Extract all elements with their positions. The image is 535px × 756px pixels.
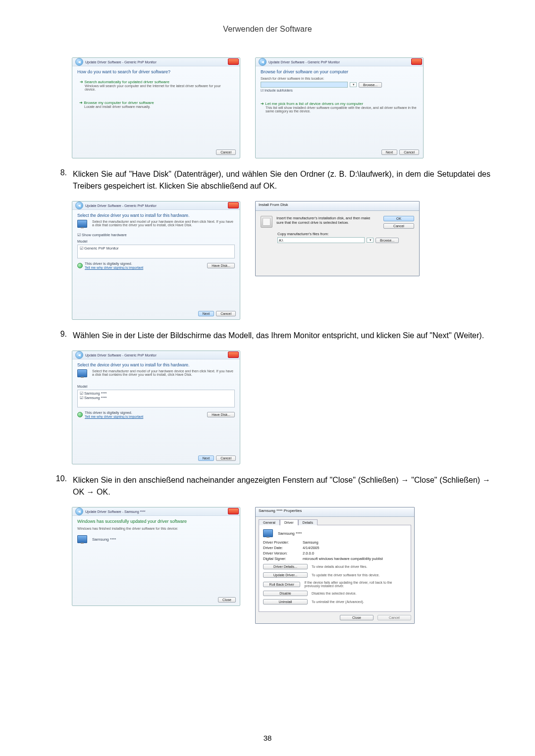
- next-button[interactable]: Next: [198, 455, 214, 461]
- path-dropdown[interactable]: [350, 82, 357, 87]
- option-browse-sub: Locate and install driver software manua…: [84, 105, 233, 108]
- step-number-8: 8.: [45, 168, 73, 192]
- screenshot-browse-path: ◄Update Driver Software - Generic PnP Mo…: [255, 57, 424, 158]
- shield-icon: [77, 412, 83, 417]
- cancel-button[interactable]: Cancel: [216, 311, 236, 316]
- success-sub: Windows has finished installing the driv…: [77, 527, 235, 530]
- option-browse: ➔ Browse my computer for driver software: [79, 101, 233, 105]
- tab-general[interactable]: General: [259, 519, 280, 525]
- breadcrumb: Update Driver Software - Generic PnP Mon…: [85, 353, 157, 357]
- step-text-8: Klicken Sie auf "Have Disk" (Datenträger…: [73, 168, 490, 192]
- copy-from-label: Copy manufacturer's files from:: [277, 232, 414, 236]
- shield-icon: [77, 263, 83, 268]
- close-icon: [228, 58, 239, 65]
- model-label: Model: [77, 239, 235, 244]
- screenshot-search-method: ◄Update Driver Software - Generic PnP Mo…: [72, 57, 240, 158]
- tab-details[interactable]: Details: [298, 519, 318, 525]
- path-input[interactable]: [261, 82, 348, 88]
- back-icon: ◄: [75, 202, 83, 209]
- dialog-install-from-disk: Install From Disk Insert the manufacture…: [255, 201, 420, 276]
- close-button[interactable]: Close: [340, 615, 374, 620]
- signing-link[interactable]: Tell me why driver signing is important: [85, 266, 143, 269]
- breadcrumb: Update Driver Software - Generic PnP Mon…: [85, 60, 157, 64]
- headline: Select the device driver you want to ins…: [77, 213, 235, 218]
- let-me-pick: ➔ Let me pick from a list of device driv…: [261, 101, 418, 106]
- step-number-9: 9.: [45, 330, 73, 342]
- back-icon: ◄: [75, 58, 83, 66]
- dialog-title: Samsung **** Properties: [259, 508, 302, 513]
- disk-icon: [261, 216, 272, 228]
- monitor-icon: [263, 529, 273, 537]
- driver-details-button[interactable]: Driver Details...: [263, 564, 308, 569]
- next-button[interactable]: Next: [198, 311, 214, 316]
- let-me-pick-sub: This list will show installed driver sof…: [266, 106, 418, 113]
- headline: Browse for driver software on your compu…: [261, 69, 418, 74]
- back-icon: ◄: [75, 507, 83, 515]
- model-label: Model: [77, 384, 235, 389]
- breadcrumb: Update Driver Software - Samsung ****: [85, 510, 145, 513]
- signed-text: This driver is digitally signed.: [85, 261, 143, 266]
- tab-driver[interactable]: Driver: [280, 519, 298, 525]
- headline: How do you want to search for driver sof…: [77, 69, 235, 74]
- page-title: Verwenden der Software: [45, 25, 490, 34]
- step-text-10: Klicken Sie in den anschießend nacheinan…: [73, 474, 490, 498]
- close-icon: [228, 508, 239, 514]
- screenshot-success: ◄Update Driver Software - Samsung **** W…: [72, 507, 240, 606]
- cancel-button: Cancel: [377, 615, 411, 620]
- cancel-button[interactable]: Cancel: [399, 150, 419, 155]
- instruction-text: Select the manufacturer and model of you…: [92, 369, 235, 377]
- copy-path-input[interactable]: [277, 237, 365, 243]
- browse-button[interactable]: Browse...: [375, 238, 399, 243]
- breadcrumb: Update Driver Software - Generic PnP Mon…: [85, 204, 157, 207]
- headline: Select the device driver you want to ins…: [77, 362, 235, 367]
- roll-back-button[interactable]: Roll Back Driver: [263, 582, 300, 587]
- screenshot-select-driver: ◄Update Driver Software - Generic PnP Mo…: [72, 201, 240, 320]
- monitor-icon: [77, 535, 87, 543]
- copy-path-dropdown[interactable]: [367, 238, 374, 243]
- show-compatible-checkbox[interactable]: ☑: [77, 233, 82, 237]
- device-name: Samsung ****: [92, 537, 116, 542]
- ok-button[interactable]: OK: [383, 216, 414, 221]
- option-auto-sub: Windows will search your computer and th…: [85, 84, 232, 91]
- step-text-9: Wählen Sie in der Liste der Bildschirme …: [73, 330, 490, 342]
- back-icon: ◄: [75, 351, 83, 359]
- model-list[interactable]: ☑ Generic PnP Monitor: [77, 245, 235, 258]
- update-driver-button[interactable]: Update Driver...: [263, 572, 308, 578]
- cancel-button[interactable]: Cancel: [383, 223, 414, 229]
- dialog-title: Install From Disk: [259, 202, 288, 207]
- uninstall-button[interactable]: Uninstall: [263, 599, 308, 605]
- next-button[interactable]: Next: [381, 150, 397, 155]
- cancel-button[interactable]: Cancel: [216, 150, 236, 155]
- screenshot-select-model: ◄Update Driver Software - Generic PnP Mo…: [72, 351, 240, 464]
- close-icon: [228, 202, 239, 208]
- have-disk-button[interactable]: Have Disk...: [207, 412, 235, 417]
- location-label: Search for driver software in this locat…: [261, 77, 324, 80]
- dialog-message: Insert the manufacturer's installation d…: [276, 216, 375, 229]
- page-number: 38: [0, 734, 535, 742]
- include-subfolders-checkbox[interactable]: ☑: [261, 89, 265, 92]
- device-name: Samsung ****: [278, 531, 302, 536]
- have-disk-button[interactable]: Have Disk...: [207, 263, 235, 268]
- browse-button[interactable]: Browse...: [359, 82, 382, 88]
- breadcrumb: Update Driver Software - Generic PnP Mon…: [268, 60, 340, 64]
- close-icon: [228, 352, 239, 358]
- signing-link[interactable]: Tell me why driver signing is important: [85, 415, 143, 418]
- step-number-10: 10.: [45, 474, 73, 498]
- option-auto-search: ➔ Search automatically for updated drive…: [80, 80, 232, 84]
- back-icon: ◄: [259, 58, 267, 66]
- model-list[interactable]: ☑ Samsung **** ☑ Samsung ****: [77, 390, 235, 407]
- instruction-text: Select the manufacturer and model of you…: [92, 220, 235, 228]
- disable-button[interactable]: Disable: [263, 591, 308, 596]
- close-button[interactable]: Close: [218, 597, 236, 603]
- monitor-icon: [77, 220, 87, 228]
- signed-text: This driver is digitally signed.: [85, 410, 143, 415]
- close-icon: [411, 58, 422, 65]
- monitor-icon: [77, 369, 87, 377]
- success-headline: Windows has successfully updated your dr…: [77, 519, 235, 524]
- cancel-button[interactable]: Cancel: [216, 455, 236, 461]
- dialog-properties: Samsung **** Properties General Driver D…: [255, 507, 415, 624]
